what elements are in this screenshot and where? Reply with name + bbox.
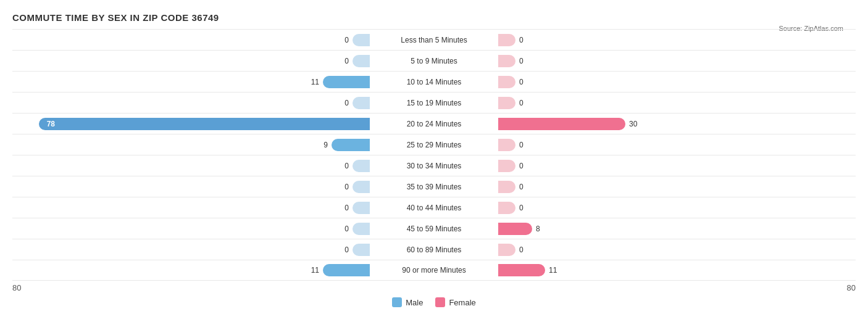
male-bar (353, 160, 370, 172)
left-side: 0 (12, 160, 372, 172)
left-side: 11 (12, 264, 372, 276)
male-bar (323, 264, 370, 276)
male-value: 0 (336, 246, 349, 254)
right-side: 0 (496, 244, 856, 256)
right-side: 0 (496, 76, 856, 88)
female-value: 0 (519, 246, 532, 254)
right-side: 0 (496, 97, 856, 109)
male-value: 0 (336, 183, 349, 191)
right-side: 0 (496, 181, 856, 193)
chart-container: 0Less than 5 Minutes005 to 9 Minutes0111… (12, 29, 856, 281)
chart-row: 040 to 44 Minutes0 (12, 197, 856, 218)
row-label: 20 to 24 Minutes (372, 120, 496, 128)
chart-row: 015 to 19 Minutes0 (12, 92, 856, 113)
female-bar (498, 181, 515, 193)
row-label: 45 to 59 Minutes (372, 225, 496, 233)
female-bar (498, 160, 515, 172)
right-side: 8 (496, 223, 856, 235)
chart-row: 925 to 29 Minutes0 (12, 134, 856, 155)
male-value: 11 (307, 266, 319, 275)
female-value: 11 (549, 266, 561, 275)
left-side: 9 (12, 139, 372, 151)
axis-right: 80 (519, 283, 856, 292)
female-value: 0 (519, 78, 532, 86)
right-side: 11 (496, 264, 856, 276)
female-value: 0 (519, 141, 532, 149)
right-side: 0 (496, 139, 856, 151)
right-side: 0 (496, 34, 856, 46)
female-value: 0 (519, 204, 532, 212)
female-value: 30 (629, 120, 641, 128)
male-bar (323, 76, 370, 88)
female-bar (498, 97, 515, 109)
male-bar (353, 202, 370, 214)
chart-row: 05 to 9 Minutes0 (12, 50, 856, 71)
female-bar (498, 139, 515, 151)
row-label: 60 to 89 Minutes (372, 246, 496, 254)
legend: Male Female (12, 297, 856, 307)
female-bar (498, 34, 515, 46)
right-side: 0 (496, 55, 856, 67)
female-label: Female (449, 298, 475, 307)
male-bar (353, 55, 370, 67)
male-bar (353, 34, 370, 46)
right-side: 0 (496, 202, 856, 214)
left-side: 0 (12, 223, 372, 235)
female-value: 0 (519, 36, 532, 44)
left-side: 0 (12, 181, 372, 193)
male-value: 0 (336, 36, 349, 44)
row-label: 35 to 39 Minutes (372, 183, 496, 191)
chart-title: COMMUTE TIME BY SEX IN ZIP CODE 36749 (12, 12, 856, 23)
row-label: 90 or more Minutes (372, 266, 496, 275)
male-value: 0 (336, 204, 349, 212)
male-value: 0 (336, 225, 349, 233)
right-side: 0 (496, 160, 856, 172)
female-bar (498, 244, 515, 256)
row-label: 40 to 44 Minutes (372, 204, 496, 212)
left-side: 11 (12, 76, 372, 88)
male-bar (353, 244, 370, 256)
row-label: 25 to 29 Minutes (372, 141, 496, 149)
female-color-box (435, 297, 445, 307)
right-side: 30 (496, 118, 856, 130)
left-side: 0 (12, 34, 372, 46)
female-value: 8 (536, 225, 548, 233)
row-label: 10 to 14 Minutes (372, 78, 496, 86)
male-bar: 78 (39, 118, 370, 130)
chart-row: 7820 to 24 Minutes30 (12, 113, 856, 134)
female-bar (498, 202, 515, 214)
male-value: 9 (315, 141, 328, 149)
male-bar (353, 181, 370, 193)
female-value: 0 (519, 99, 532, 107)
chart-row: 1190 or more Minutes11 (12, 260, 856, 281)
male-value: 78 (43, 120, 55, 128)
female-bar (498, 76, 515, 88)
chart-row: 1110 to 14 Minutes0 (12, 71, 856, 92)
male-bar (332, 139, 370, 151)
chart-row: 0Less than 5 Minutes0 (12, 29, 856, 50)
left-side: 0 (12, 244, 372, 256)
female-bar (498, 55, 515, 67)
axis-row: 80 80 (12, 283, 856, 292)
female-bar (498, 264, 545, 276)
female-value: 0 (519, 162, 532, 170)
chart-row: 035 to 39 Minutes0 (12, 176, 856, 197)
legend-female: Female (435, 297, 475, 307)
male-value: 0 (336, 162, 349, 170)
row-label: 15 to 19 Minutes (372, 99, 496, 107)
female-value: 0 (519, 183, 532, 191)
male-value: 11 (307, 78, 319, 86)
female-value: 0 (519, 57, 532, 65)
left-side: 0 (12, 55, 372, 67)
male-value: 0 (336, 57, 349, 65)
female-bar (498, 118, 625, 130)
row-label: 5 to 9 Minutes (372, 57, 496, 65)
left-side: 0 (12, 97, 372, 109)
male-color-box (392, 297, 402, 307)
male-bar (353, 97, 370, 109)
row-label: 30 to 34 Minutes (372, 162, 496, 170)
chart-row: 060 to 89 Minutes0 (12, 239, 856, 260)
axis-left: 80 (12, 283, 395, 292)
male-value: 0 (336, 99, 349, 107)
row-label: Less than 5 Minutes (372, 36, 496, 44)
